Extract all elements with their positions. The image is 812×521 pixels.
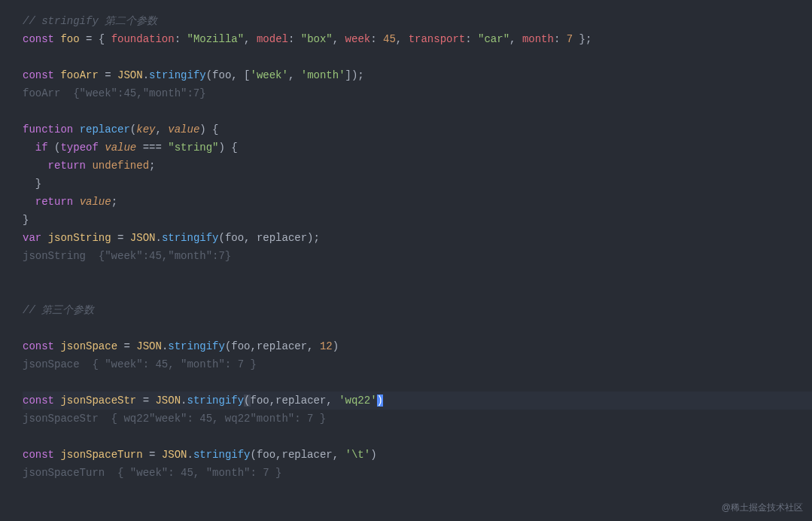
code-line: const foo = { foundation: "Mozilla", mod… (23, 30, 812, 48)
blank-line (23, 319, 812, 337)
cursor-bracket: ) (377, 395, 383, 407)
blank-line (23, 265, 812, 283)
blank-line (23, 373, 812, 392)
code-editor[interactable]: // stringify 第二个参数 const foo = { foundat… (23, 12, 812, 482)
code-line: var jsonString = JSON.stringify(foo, rep… (23, 229, 812, 247)
code-line: } (23, 175, 812, 193)
code-line: } (23, 211, 812, 229)
code-line: return undefined; (23, 157, 812, 175)
blank-line (23, 102, 812, 120)
result-line: jsonSpaceStr { wq22"week": 45, wq22"mont… (23, 410, 812, 428)
code-line: const jsonSpaceTurn = JSON.stringify(foo… (23, 446, 812, 464)
blank-line (23, 283, 812, 301)
code-line: // 第三个参数 (23, 301, 812, 319)
result-line: jsonString {"week":45,"month":7} (23, 247, 812, 265)
code-line: return value; (23, 193, 812, 211)
code-line: const fooArr = JSON.stringify(foo, ['wee… (23, 66, 812, 84)
bracket-match: ( (244, 395, 250, 407)
watermark: @稀土掘金技术社区 (722, 498, 803, 516)
code-line: const jsonSpace = JSON.stringify(foo,rep… (23, 337, 812, 355)
blank-line (23, 428, 812, 446)
keyword: const (23, 33, 54, 45)
identifier: foo (60, 33, 79, 45)
code-line-current: const jsonSpaceStr = JSON.stringify(foo,… (23, 392, 812, 410)
blank-line (23, 48, 812, 66)
code-line: // stringify 第二个参数 (23, 12, 812, 30)
result-line: fooArr {"week":45,"month":7} (23, 84, 812, 102)
result-line: jsonSpace { "week": 45, "month": 7 } (23, 355, 812, 373)
code-line: function replacer(key, value) { (23, 120, 812, 139)
result-line: jsonSpaceTurn { "week": 45, "month": 7 } (23, 464, 812, 482)
comment: // stringify 第二个参数 (23, 15, 157, 27)
code-line: if (typeof value === "string") { (23, 139, 812, 157)
comment: // 第三个参数 (23, 304, 94, 316)
